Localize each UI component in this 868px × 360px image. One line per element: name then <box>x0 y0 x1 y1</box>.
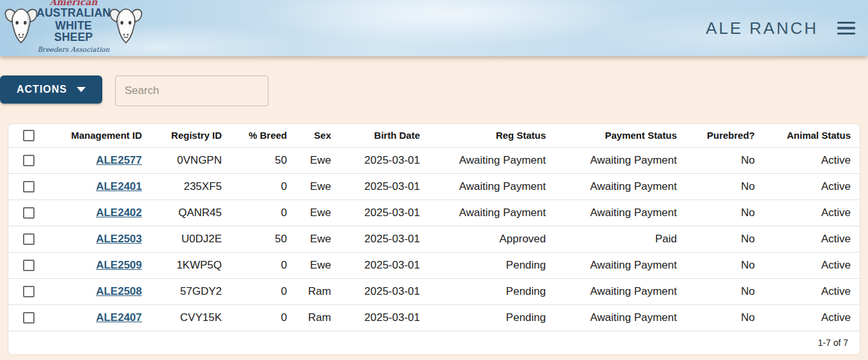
purebred-cell: No <box>686 147 764 173</box>
table-header-row: Management ID Registry ID % Breed Sex Bi… <box>8 124 860 147</box>
menu-icon[interactable] <box>837 22 855 35</box>
table-row: ALE2508 57GDY2 0 Ram 2025-03-01 Pending … <box>8 278 860 304</box>
logo-text: American AUSTRALIAN WHITE SHEEP Breeders… <box>35 0 112 56</box>
percent-breed-cell: 50 <box>231 226 296 252</box>
management-id-link[interactable]: ALE2508 <box>96 285 142 297</box>
column-header-animal-status[interactable]: Animal Status <box>764 124 860 147</box>
purebred-cell: No <box>686 173 764 200</box>
actions-button[interactable]: ACTIONS <box>0 75 102 104</box>
row-checkbox[interactable] <box>23 155 35 166</box>
column-header-birth-date[interactable]: Birth Date <box>340 124 429 147</box>
animal-status-cell: Active <box>764 200 860 226</box>
table-row: ALE2503 U0DJ2E 50 Ewe 2025-03-01 Approve… <box>8 226 860 252</box>
row-checkbox[interactable] <box>23 181 35 192</box>
table-row: ALE2577 0VNGPN 50 Ewe 2025-03-01 Awaitin… <box>8 147 860 173</box>
registry-id-cell: QANR45 <box>151 200 231 226</box>
birth-date-cell: 2025-03-01 <box>340 278 429 304</box>
payment-status-cell: Awaiting Payment <box>555 252 686 278</box>
sex-cell: Ewe <box>296 252 340 278</box>
pagination-label: 1-7 of 7 <box>818 338 848 348</box>
table-row: ALE2401 235XF5 0 Ewe 2025-03-01 Awaiting… <box>8 173 860 200</box>
management-id-link[interactable]: ALE2402 <box>96 207 142 219</box>
payment-status-cell: Awaiting Payment <box>555 278 686 304</box>
sex-cell: Ram <box>296 304 340 331</box>
sex-cell: Ewe <box>296 147 340 173</box>
animals-table: Management ID Registry ID % Breed Sex Bi… <box>8 123 860 355</box>
row-checkbox[interactable] <box>23 312 35 324</box>
column-header-registry-id[interactable]: Registry ID <box>151 124 231 147</box>
payment-status-cell: Awaiting Payment <box>555 147 686 173</box>
column-header-reg-status[interactable]: Reg Status <box>429 124 555 147</box>
purebred-cell: No <box>686 278 764 304</box>
purebred-cell: No <box>686 252 764 278</box>
management-id-link[interactable]: ALE2503 <box>96 233 142 245</box>
registry-id-cell: CVY15K <box>151 304 231 331</box>
logo-breeders-association: Breeders Association <box>38 46 110 53</box>
select-all-checkbox[interactable] <box>23 130 35 141</box>
animal-status-cell: Active <box>764 147 860 173</box>
birth-date-cell: 2025-03-01 <box>340 252 429 278</box>
payment-status-cell: Awaiting Payment <box>555 304 686 331</box>
reg-status-cell: Pending <box>429 278 555 304</box>
animal-status-cell: Active <box>764 252 860 278</box>
row-checkbox[interactable] <box>23 286 35 297</box>
column-header-percent-breed[interactable]: % Breed <box>231 124 296 147</box>
percent-breed-cell: 0 <box>231 278 296 304</box>
app-header: American AUSTRALIAN WHITE SHEEP Breeders… <box>0 0 868 56</box>
birth-date-cell: 2025-03-01 <box>340 173 429 200</box>
reg-status-cell: Awaiting Payment <box>429 200 555 226</box>
sex-cell: Ram <box>296 278 340 304</box>
column-header-sex[interactable]: Sex <box>296 124 340 147</box>
row-checkbox[interactable] <box>23 260 35 271</box>
reg-status-cell: Pending <box>429 304 555 331</box>
percent-breed-cell: 0 <box>231 200 296 226</box>
search-input[interactable] <box>115 75 268 106</box>
column-header-management-id[interactable]: Management ID <box>49 124 151 147</box>
reg-status-cell: Pending <box>429 252 555 278</box>
birth-date-cell: 2025-03-01 <box>340 147 429 173</box>
payment-status-cell: Paid <box>555 226 686 252</box>
registry-id-cell: 235XF5 <box>151 173 231 200</box>
animal-status-cell: Active <box>764 278 860 304</box>
column-header-payment-status[interactable]: Payment Status <box>555 124 686 147</box>
purebred-cell: No <box>686 304 764 331</box>
logo-word-white-sheep: WHITE SHEEP <box>36 20 111 43</box>
association-logo[interactable]: American AUSTRALIAN WHITE SHEEP Breeders… <box>4 0 143 56</box>
row-checkbox[interactable] <box>23 207 35 219</box>
management-id-link[interactable]: ALE2407 <box>96 311 142 324</box>
ranch-name: ALE RANCH <box>706 19 818 38</box>
table-row: ALE2402 QANR45 0 Ewe 2025-03-01 Awaiting… <box>8 200 860 226</box>
percent-breed-cell: 50 <box>231 147 296 173</box>
select-all-cell <box>8 124 49 147</box>
logo-word-australian: AUSTRALIAN <box>36 7 111 19</box>
registry-id-cell: 57GDY2 <box>151 278 231 304</box>
actions-button-label: ACTIONS <box>17 84 67 95</box>
registry-id-cell: 0VNGPN <box>151 147 231 173</box>
row-checkbox[interactable] <box>23 233 35 245</box>
birth-date-cell: 2025-03-01 <box>340 200 429 226</box>
management-id-link[interactable]: ALE2401 <box>96 180 142 192</box>
purebred-cell: No <box>686 200 764 226</box>
sheep-head-icon-left <box>4 4 38 52</box>
sex-cell: Ewe <box>296 226 340 252</box>
reg-status-cell: Awaiting Payment <box>429 147 555 173</box>
reg-status-cell: Approved <box>429 226 555 252</box>
table-row: ALE2407 CVY15K 0 Ram 2025-03-01 Pending … <box>8 304 860 331</box>
birth-date-cell: 2025-03-01 <box>340 226 429 252</box>
percent-breed-cell: 0 <box>231 304 296 331</box>
management-id-link[interactable]: ALE2577 <box>96 154 142 166</box>
registry-id-cell: U0DJ2E <box>151 226 231 252</box>
percent-breed-cell: 0 <box>231 252 296 278</box>
column-header-purebred[interactable]: Purebred? <box>686 124 764 147</box>
chevron-down-icon <box>77 87 86 92</box>
animal-status-cell: Active <box>764 226 860 252</box>
percent-breed-cell: 0 <box>231 173 296 200</box>
table-row: ALE2509 1KWP5Q 0 Ewe 2025-03-01 Pending … <box>8 252 860 278</box>
management-id-link[interactable]: ALE2509 <box>96 259 142 271</box>
registry-id-cell: 1KWP5Q <box>151 252 231 278</box>
table-footer: 1-7 of 7 <box>8 331 860 354</box>
sheep-head-icon-right <box>109 4 143 52</box>
toolbar: ACTIONS <box>0 56 868 106</box>
animal-status-cell: Active <box>764 173 860 200</box>
purebred-cell: No <box>686 226 764 252</box>
